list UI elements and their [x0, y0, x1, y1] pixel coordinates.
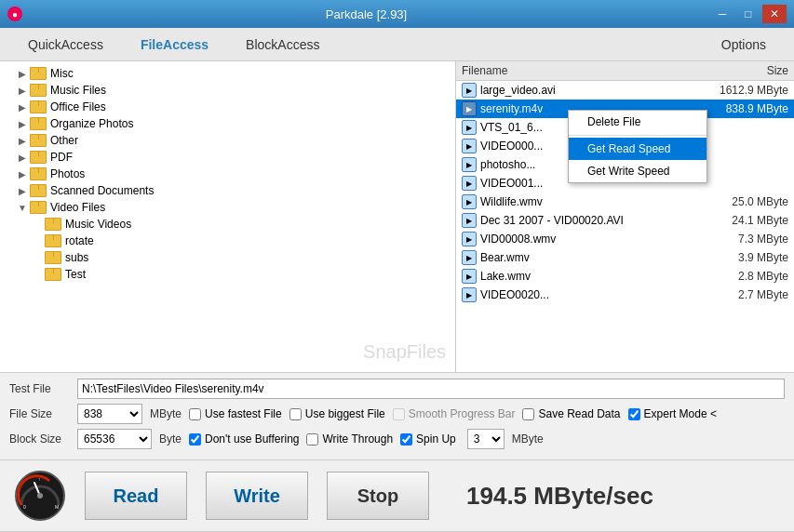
spin-up-unit: MByte — [512, 432, 544, 446]
file-size-select[interactable]: 838 — [77, 404, 142, 424]
file-panel[interactable]: Filename Size ▶ large_video.avi 1612.9 M… — [456, 61, 794, 372]
tree-arrow-misc: ▶ — [15, 69, 30, 79]
smooth-progress-checkbox[interactable] — [393, 408, 405, 420]
file-row-dec31[interactable]: ▶ Dec 31 2007 - VID00020.AVI 24.1 MByte — [456, 211, 794, 230]
tree-item-video-files[interactable]: ▼ Video Files — [0, 199, 455, 216]
folder-icon-scanned-docs — [30, 184, 47, 197]
file-icon-wildlife: ▶ — [462, 194, 477, 209]
spin-up-checkbox[interactable] — [400, 433, 412, 446]
file-name-bear: Bear.wmv — [480, 251, 695, 264]
main-content: ▶ Misc ▶ Music Files ▶ Office Files — [0, 61, 794, 373]
tree-panel[interactable]: ▶ Misc ▶ Music Files ▶ Office Files — [0, 61, 456, 372]
tree-label-video-files: Video Files — [50, 201, 105, 214]
write-through-checkbox[interactable] — [306, 433, 318, 446]
test-file-row: Test File — [9, 379, 785, 399]
file-size-row: File Size 838 MByte Use fastest File Use… — [9, 404, 785, 424]
ctx-delete-file[interactable]: Delete File — [569, 111, 707, 133]
spin-up-value-select[interactable]: 3 — [467, 429, 505, 449]
tree-item-subs[interactable]: subs — [0, 249, 455, 266]
block-size-select[interactable]: 65536 — [77, 429, 152, 449]
test-file-label: Test File — [9, 382, 70, 395]
tree-item-music-videos[interactable]: Music Videos — [0, 216, 455, 233]
file-row-video0020[interactable]: ▶ VIDEO0020... 2.7 MByte — [456, 286, 794, 304]
smooth-progress-label: Smooth Progress Bar — [409, 407, 516, 420]
tree-item-test[interactable]: Test — [0, 266, 455, 283]
tree-label-other: Other — [50, 134, 78, 147]
stop-button[interactable]: Stop — [327, 472, 429, 520]
tree-label-test: Test — [65, 268, 86, 281]
file-icon-video001: ▶ — [462, 176, 477, 191]
ctx-get-write-speed[interactable]: Get Write Speed — [569, 160, 707, 182]
read-button[interactable]: Read — [85, 472, 187, 520]
file-icon-bear: ▶ — [462, 250, 477, 265]
write-through-label: Write Through — [322, 432, 393, 446]
tree-item-music-files[interactable]: ▶ Music Files — [0, 82, 455, 99]
file-size-video0020: 2.7 MByte — [695, 288, 788, 301]
expert-mode-checkbox[interactable] — [628, 408, 640, 420]
tree-label-music-files: Music Files — [50, 84, 106, 97]
tree-item-misc[interactable]: ▶ Misc — [0, 65, 455, 82]
folder-icon-other — [30, 134, 47, 147]
folder-icon-video-files — [30, 201, 47, 214]
menu-bar: QuickAccess FileAccess BlockAccess Optio… — [0, 28, 794, 61]
tree-item-organize-photos[interactable]: ▶ Organize Photos — [0, 115, 455, 132]
menu-options[interactable]: Options — [703, 32, 785, 58]
context-menu: Delete File Get Read Speed Get Write Spe… — [568, 110, 707, 183]
file-icon-photoshop: ▶ — [462, 157, 477, 172]
tree-item-other[interactable]: ▶ Other — [0, 132, 455, 149]
file-row-bear[interactable]: ▶ Bear.wmv 3.9 MByte — [456, 248, 794, 267]
ctx-get-read-speed[interactable]: Get Read Speed — [569, 138, 707, 160]
header-filename: Filename — [462, 64, 695, 77]
smooth-progress-group: Smooth Progress Bar — [393, 407, 516, 420]
file-row-wildlife[interactable]: ▶ Wildlife.wmv 25.0 MByte — [456, 193, 794, 211]
file-name-vid00008: VID00008.wmv — [480, 233, 695, 246]
menu-quick-access[interactable]: QuickAccess — [9, 32, 122, 58]
svg-text:↑: ↑ — [38, 476, 41, 482]
save-read-data-checkbox[interactable] — [522, 408, 534, 420]
file-name-large-video: large_video.avi — [480, 84, 695, 97]
tree-arrow-office-files: ▶ — [15, 102, 30, 113]
file-row-large-video[interactable]: ▶ large_video.avi 1612.9 MByte — [456, 81, 794, 100]
save-read-data-group: Save Read Data — [522, 407, 620, 420]
window-controls: ─ □ ✕ — [710, 5, 787, 23]
file-row-lake[interactable]: ▶ Lake.wmv 2.8 MByte — [456, 267, 794, 286]
tree-item-rotate[interactable]: rotate — [0, 233, 455, 249]
use-fastest-file-checkbox[interactable] — [189, 408, 201, 420]
tree-item-scanned-documents[interactable]: ▶ Scanned Documents — [0, 182, 455, 199]
folder-icon-music-videos — [45, 218, 61, 231]
file-icon-video0020: ▶ — [462, 287, 477, 302]
tree-label-photos: Photos — [50, 167, 85, 180]
tree-item-pdf[interactable]: ▶ PDF — [0, 149, 455, 166]
save-read-data-label: Save Read Data — [538, 407, 620, 420]
expert-mode-label: Expert Mode < — [644, 407, 717, 420]
folder-icon-office-files — [30, 100, 47, 113]
tree-label-music-videos: Music Videos — [65, 218, 131, 231]
tree-item-office-files[interactable]: ▶ Office Files — [0, 99, 455, 115]
folder-icon-subs — [45, 251, 61, 264]
dont-use-buffering-group: Don't use Buffering — [189, 432, 299, 446]
write-button[interactable]: Write — [206, 472, 308, 520]
expert-mode-group: Expert Mode < — [628, 407, 717, 420]
test-file-input[interactable] — [77, 379, 785, 399]
close-button[interactable]: ✕ — [762, 5, 787, 23]
file-size-label: File Size — [9, 407, 70, 420]
file-icon-avi: ▶ — [462, 83, 477, 98]
menu-file-access[interactable]: FileAccess — [122, 32, 227, 58]
svg-text:0: 0 — [23, 504, 26, 510]
menu-block-access[interactable]: BlockAccess — [227, 32, 338, 58]
file-row-vid00008[interactable]: ▶ VID00008.wmv 7.3 MByte — [456, 230, 794, 248]
minimize-button[interactable]: ─ — [710, 5, 734, 23]
maximize-button[interactable]: □ — [736, 5, 760, 23]
tree-label-misc: Misc — [50, 67, 74, 80]
write-through-group: Write Through — [306, 432, 393, 446]
dont-use-buffering-checkbox[interactable] — [189, 433, 201, 446]
window-title: Parkdale [2.93] — [326, 7, 407, 21]
file-size-large-video: 1612.9 MByte — [695, 84, 788, 97]
block-size-label: Block Size — [9, 432, 70, 446]
tree-item-photos[interactable]: ▶ Photos — [0, 166, 455, 182]
app-icon: ● — [7, 7, 22, 21]
use-biggest-file-checkbox[interactable] — [289, 408, 302, 420]
file-size-unit: MByte — [150, 407, 182, 420]
file-size-lake: 2.8 MByte — [695, 270, 788, 283]
folder-icon-music-files — [30, 84, 47, 97]
